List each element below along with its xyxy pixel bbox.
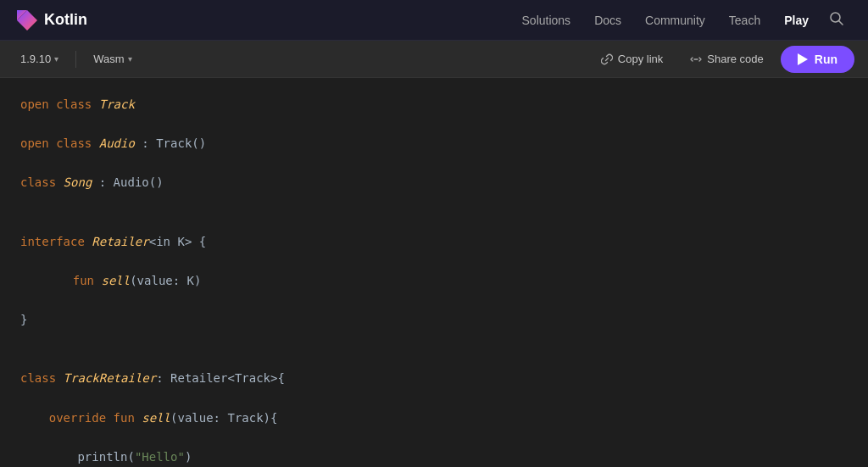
nav-play[interactable]: Play (774, 8, 819, 32)
share-code-icon (690, 53, 702, 65)
share-code-label: Share code (707, 53, 764, 65)
version-select[interactable]: 1.9.10 ▾ (14, 49, 65, 69)
brand-name: Kotlin (44, 11, 87, 29)
version-label: 1.9.10 (20, 53, 51, 65)
link-icon (601, 53, 613, 65)
code-content: open class Track open class Audio : Trac… (20, 95, 848, 467)
copy-link-button[interactable]: Copy link (591, 47, 673, 70)
toolbar: 1.9.10 ▾ Wasm ▾ Copy link Share code Run (0, 41, 868, 78)
target-select[interactable]: Wasm ▾ (86, 49, 138, 69)
nav-solutions[interactable]: Solutions (512, 8, 581, 32)
nav-teach[interactable]: Teach (719, 8, 771, 32)
nav-docs[interactable]: Docs (584, 8, 632, 32)
run-button[interactable]: Run (781, 46, 854, 73)
version-chevron-icon: ▾ (54, 54, 58, 64)
target-chevron-icon: ▾ (128, 54, 132, 64)
toolbar-separator (75, 51, 76, 68)
search-icon[interactable] (822, 6, 851, 35)
kotlin-icon (17, 10, 37, 31)
copy-link-label: Copy link (618, 53, 663, 65)
nav-links: Solutions Docs Community Teach Play (512, 6, 851, 35)
brand-logo[interactable]: Kotlin (17, 10, 87, 31)
target-label: Wasm (93, 53, 124, 65)
nav-community[interactable]: Community (635, 8, 715, 32)
navbar: Kotlin Solutions Docs Community Teach Pl… (0, 0, 868, 41)
run-icon (798, 53, 808, 65)
run-label: Run (815, 53, 837, 66)
share-code-button[interactable]: Share code (680, 47, 774, 70)
svg-line-3 (839, 20, 843, 25)
svg-marker-5 (798, 53, 808, 65)
code-editor[interactable]: open class Track open class Audio : Trac… (0, 78, 868, 467)
